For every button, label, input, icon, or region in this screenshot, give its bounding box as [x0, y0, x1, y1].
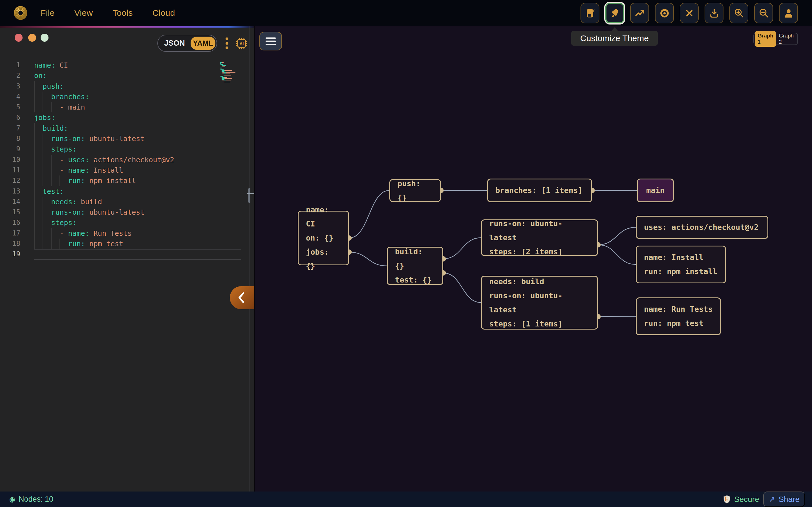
customize-theme-icon[interactable]: [605, 3, 624, 23]
token-key: uses:: [68, 156, 89, 164]
graph-node-push[interactable]: push: {}: [389, 179, 441, 202]
token-key: run:: [68, 177, 85, 185]
node-row: name: CI: [306, 203, 341, 231]
splitter-handle-tick[interactable]: [247, 193, 254, 194]
collapse-editor-button[interactable]: [230, 286, 254, 309]
format-option-yaml[interactable]: YAML: [191, 37, 215, 50]
menu-item-file[interactable]: File: [41, 8, 55, 18]
graph-node-jobs[interactable]: build: {}test: {}: [387, 247, 443, 285]
graph-node-install[interactable]: name: Installrun: npm install: [636, 245, 726, 283]
zoom-out-icon[interactable]: [754, 3, 773, 23]
graph-menu-icon[interactable]: [259, 32, 282, 50]
line-number: 3: [0, 81, 20, 92]
code-line[interactable]: 5- main: [0, 102, 245, 112]
token-key: run:: [68, 240, 85, 248]
line-number: 18: [0, 238, 20, 249]
code-line-content: steps:: [34, 217, 77, 228]
svg-text:AI: AI: [240, 41, 244, 46]
line-number: 12: [0, 175, 20, 186]
menu-item-view[interactable]: View: [74, 8, 93, 18]
panel-divider[interactable]: [254, 26, 255, 492]
close-icon[interactable]: [680, 3, 699, 23]
code-line[interactable]: 8runs-on: ubuntu-latest: [0, 133, 245, 144]
user-icon[interactable]: [779, 3, 798, 23]
graph-node-build-details[interactable]: runs-on: ubuntu-lateststeps: [2 items]: [481, 219, 598, 256]
graph-node-root[interactable]: name: CIon: {}jobs: {}: [298, 211, 349, 265]
node-row: needs: build: [489, 275, 590, 289]
token-val: Install: [89, 166, 123, 174]
target-icon[interactable]: [655, 3, 674, 23]
code-line[interactable]: 14needs: build: [0, 196, 245, 207]
zoom-in-icon[interactable]: [729, 3, 748, 23]
code-line[interactable]: 16steps:: [0, 217, 245, 228]
graph-node-runtests[interactable]: name: Run Testsrun: npm test: [636, 297, 721, 335]
code-line[interactable]: 7build:: [0, 123, 245, 133]
code-line-content: run: npm test: [34, 238, 123, 249]
indent-guide: [34, 144, 35, 154]
code-line[interactable]: 3push:: [0, 81, 245, 92]
window-maximize-dot[interactable]: [41, 34, 49, 42]
line-number: 1: [0, 60, 20, 70]
code-line[interactable]: 17- name: Run Tests: [0, 228, 245, 238]
share-button[interactable]: ↗ Share: [763, 492, 805, 507]
line-number: 6: [0, 112, 20, 123]
line-number: 5: [0, 102, 20, 112]
minimap-line: [220, 70, 236, 71]
download-icon[interactable]: [705, 3, 723, 23]
token-val: CI: [55, 61, 68, 69]
indent-guide: [34, 207, 35, 217]
code-line[interactable]: 9steps:: [0, 144, 245, 154]
code-line[interactable]: 15runs-on: ubuntu-latest: [0, 207, 245, 217]
code-line[interactable]: 13test:: [0, 186, 245, 196]
code-line[interactable]: 6jobs:: [0, 112, 245, 123]
tab-graph-1[interactable]: Graph 1: [755, 31, 776, 47]
token-key: branches:: [51, 93, 89, 101]
ai-assistant-icon[interactable]: AI: [235, 37, 248, 50]
node-row: name: Install: [644, 250, 718, 265]
line-number: 13: [0, 186, 20, 196]
token-dash: -: [59, 103, 68, 111]
graph-node-uses[interactable]: uses: actions/checkout@v2: [636, 216, 768, 239]
edit-icon[interactable]: [580, 3, 599, 23]
token-key: name:: [68, 166, 89, 174]
code-line[interactable]: 11- name: Install: [0, 165, 245, 175]
node-row: run: npm install: [644, 265, 718, 279]
code-line[interactable]: 19: [0, 249, 245, 260]
token-val: actions/checkout@v2: [89, 156, 174, 164]
window-minimize-dot[interactable]: [28, 34, 36, 42]
line-number: 11: [0, 165, 20, 175]
token-val: build: [77, 198, 102, 206]
menu-item-cloud[interactable]: Cloud: [153, 8, 175, 18]
code-line[interactable]: 12run: npm install: [0, 175, 245, 186]
code-line-content: branches:: [34, 92, 89, 102]
node-row: main: [646, 183, 665, 198]
code-line[interactable]: 1name: CI: [0, 60, 245, 70]
code-line[interactable]: 4branches:: [0, 92, 245, 102]
indent-guide: [34, 102, 35, 112]
app-logo-icon[interactable]: [13, 5, 28, 21]
yaml-code-editor[interactable]: 1name: CI2on:3push:4branches:5- main6job…: [0, 60, 245, 260]
editor-scrollbar-track[interactable]: [250, 26, 250, 492]
trend-icon[interactable]: [630, 3, 649, 23]
menu-item-tools[interactable]: Tools: [112, 8, 133, 18]
format-option-json[interactable]: JSON: [158, 35, 191, 51]
code-line[interactable]: 10- uses: actions/checkout@v2: [0, 155, 245, 165]
graph-node-branches[interactable]: branches: [1 items]: [487, 179, 592, 202]
code-line-content: build:: [34, 123, 68, 133]
graph-node-test-details[interactable]: needs: buildruns-on: ubuntu-lateststeps:…: [481, 276, 598, 330]
token-key: steps:: [51, 219, 77, 227]
window-close-dot[interactable]: [15, 34, 22, 42]
editor-options-menu-icon[interactable]: [224, 38, 230, 50]
indent-guide: [34, 92, 35, 102]
code-line[interactable]: 2on:: [0, 70, 245, 81]
line-number: 19: [0, 249, 20, 260]
code-line-content: [34, 249, 241, 260]
token-val: Run Tests: [89, 229, 132, 237]
graph-toolbar: [580, 3, 798, 23]
graph-node-main[interactable]: main: [637, 179, 674, 202]
editor-scrollbar-thumb[interactable]: [248, 188, 250, 203]
line-number: 7: [0, 123, 20, 133]
tab-graph-2[interactable]: Graph 2: [776, 31, 796, 47]
code-line[interactable]: 18run: npm test: [0, 238, 245, 249]
code-line-content: test:: [34, 186, 64, 196]
